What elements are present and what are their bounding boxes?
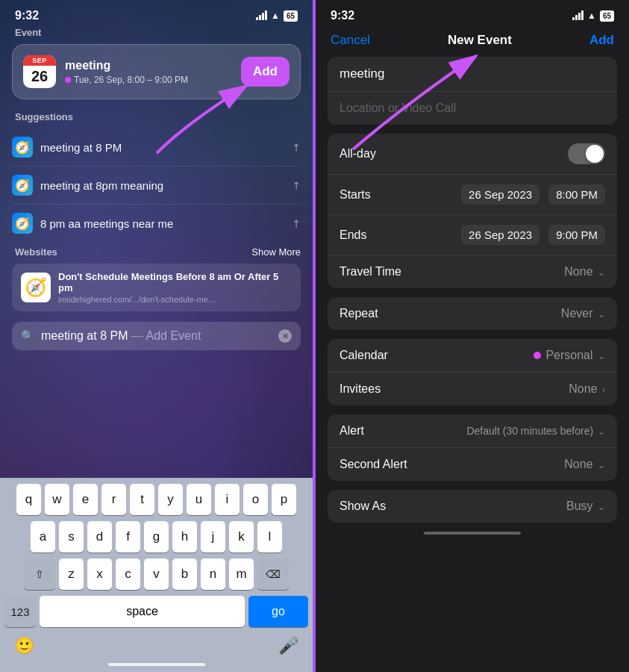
search-query: meeting at 8 PM — Add Event [41,329,272,343]
search-icon: 🔍 [21,329,35,343]
delete-key[interactable]: ⌫ [257,559,289,590]
key-b[interactable]: b [172,559,197,590]
calendar-value: Personal ⌄ [545,349,605,362]
starts-date[interactable]: 26 Sep 2023 [461,184,539,205]
suggestion-arrow-3: ↗ [289,216,304,231]
calendar-section: Calendar Personal ⌄ Invitees None › [328,339,617,405]
alert-value: Default (30 minutes before) ⌄ [466,425,605,437]
keyboard: q w e r t y u i o p a s d f g h j k l ⇧ … [0,478,313,672]
websites-label: Websites [12,246,57,258]
num-key[interactable]: 123 [4,596,36,627]
toggle-knob [586,145,604,163]
key-z[interactable]: z [59,559,84,590]
travel-row[interactable]: Travel Time None ⌄ [328,255,617,288]
key-v[interactable]: v [144,559,169,590]
invitees-row[interactable]: Invitees None › [328,373,617,405]
keyboard-row-2: a s d f g h j k l [2,521,310,553]
search-clear-button[interactable]: ✕ [278,329,292,343]
key-g[interactable]: g [144,521,169,553]
left-panel: 9:32 ▲ 65 Event SEP 26 meeting [0,0,314,672]
add-event-button[interactable]: Add [241,57,290,87]
safari-icon-3: 🧭 [12,213,33,234]
key-o[interactable]: o [243,484,268,515]
event-title-input[interactable]: meeting [339,66,605,81]
keyboard-row-1: q w e r t y u i o p [2,484,310,515]
calendar-row[interactable]: Calendar Personal ⌄ [328,339,617,373]
search-bar[interactable]: 🔍 meeting at 8 PM — Add Event ✕ [12,322,301,350]
shift-key[interactable]: ⇧ [24,559,55,590]
website-icon: 🧭 [21,273,51,302]
website-title: Don't Schedule Meetings Before 8 am Or A… [58,271,292,293]
key-a[interactable]: a [31,521,55,553]
starts-time[interactable]: 8:00 PM [548,184,605,205]
signal-icon [256,11,267,20]
starts-row[interactable]: Starts 26 Sep 2023 8:00 PM [328,175,617,215]
event-dot [65,77,71,83]
show-as-value: Busy ⌄ [566,500,605,513]
website-info: Don't Schedule Meetings Before 8 am Or A… [58,271,292,304]
key-c[interactable]: c [116,559,140,590]
website-item[interactable]: 🧭 Don't Schedule Meetings Before 8 am Or… [12,264,301,311]
suggestion-item-3[interactable]: 🧭 8 pm aa meetings near me ↗ [12,205,301,242]
key-u[interactable]: u [187,484,211,515]
nav-add-button[interactable]: Add [589,33,614,48]
alert-row[interactable]: Alert Default (30 minutes before) ⌄ [328,414,617,448]
invitees-label: Invitees [339,382,569,396]
show-as-row[interactable]: Show As Busy ⌄ [328,490,617,523]
key-t[interactable]: t [130,484,154,515]
key-p[interactable]: p [272,484,296,515]
event-section-label: Event [12,27,301,38]
suggestions-section: Suggestions 🧭 meeting at 8 PM ↗ 🧭 meetin… [0,111,313,242]
ends-date[interactable]: 26 Sep 2023 [461,225,539,245]
travel-label: Travel Time [339,265,564,279]
key-q[interactable]: q [16,484,41,515]
key-j[interactable]: j [201,521,225,553]
key-l[interactable]: l [257,521,282,553]
left-status-bar: 9:32 ▲ 65 [0,0,313,27]
suggestion-item-1[interactable]: 🧭 meeting at 8 PM ↗ [12,128,301,167]
key-k[interactable]: k [229,521,254,553]
key-d[interactable]: d [87,521,112,553]
right-status-icons: ▲ 65 [572,10,614,22]
key-r[interactable]: r [101,484,126,515]
microphone-button[interactable]: 🎤 [278,636,298,656]
second-alert-row[interactable]: Second Alert None ⌄ [328,448,617,481]
go-key[interactable]: go [248,596,308,627]
key-h[interactable]: h [172,521,197,553]
ends-time[interactable]: 9:00 PM [548,225,605,245]
emoji-button[interactable]: 🙂 [14,636,34,656]
key-f[interactable]: f [116,521,140,553]
travel-chevron: ⌄ [598,267,605,278]
battery-icon: 65 [284,10,298,22]
keyboard-row-3: ⇧ z x c v b n m ⌫ [2,559,310,590]
repeat-row[interactable]: Repeat Never ⌄ [328,297,617,330]
allday-toggle[interactable] [568,143,605,164]
websites-section: Websites Show More 🧭 Don't Schedule Meet… [0,246,313,311]
key-i[interactable]: i [215,484,240,515]
nav-bar: Cancel New Event Add [316,27,629,57]
cancel-button[interactable]: Cancel [331,33,370,48]
calendar-label: Calendar [339,349,533,362]
key-n[interactable]: n [201,559,225,590]
key-x[interactable]: x [87,559,112,590]
nav-title: New Event [448,33,512,48]
space-key[interactable]: space [40,596,245,627]
show-as-label: Show As [339,500,566,513]
key-m[interactable]: m [229,559,254,590]
event-title: meeting [65,59,232,72]
allday-row: All-day [328,134,617,175]
ends-row[interactable]: Ends 26 Sep 2023 9:00 PM [328,215,617,255]
suggestion-arrow-1: ↗ [289,140,304,155]
key-s[interactable]: s [59,521,84,553]
show-more-button[interactable]: Show More [251,246,301,258]
suggestion-item-2[interactable]: 🧭 meeting at 8pm meaning ↗ [12,167,301,205]
key-e[interactable]: e [73,484,98,515]
calendar-month: SEP [23,55,56,66]
safari-icon-2: 🧭 [12,175,33,196]
location-placeholder: Location or Video Call [339,102,456,115]
key-y[interactable]: y [158,484,183,515]
emoji-bar: 🙂 🎤 [2,632,310,663]
key-w[interactable]: w [45,484,69,515]
location-row[interactable]: Location or Video Call [328,92,617,125]
event-info: meeting Tue, 26 Sep, 8:00 – 9:00 PM [65,59,232,85]
